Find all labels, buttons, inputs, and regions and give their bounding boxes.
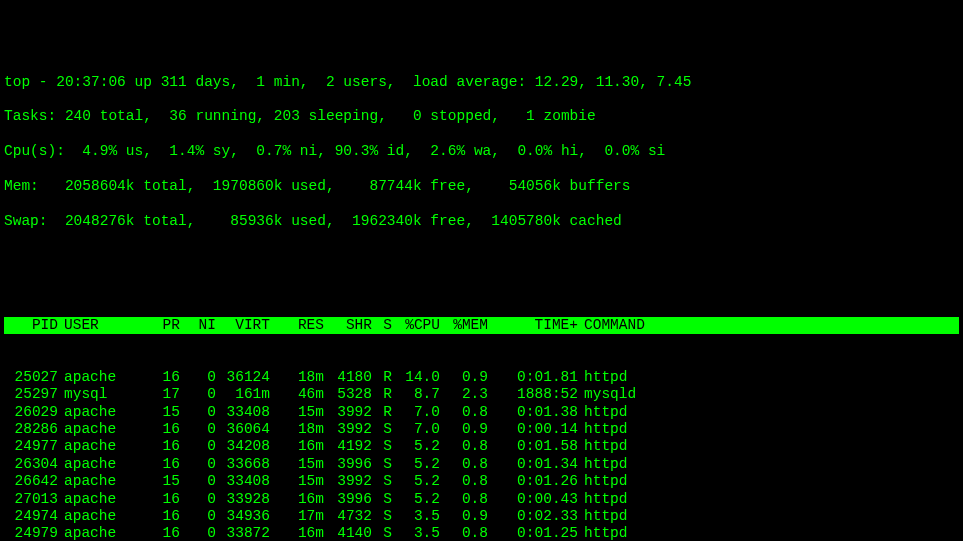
cell-cpu: 5.2	[392, 456, 440, 473]
cell-mem: 0.9	[440, 508, 488, 525]
cell-user: apache	[58, 525, 144, 541]
cell-pr: 16	[144, 438, 180, 455]
cell-mem: 0.9	[440, 421, 488, 438]
cell-virt: 33668	[216, 456, 270, 473]
process-row[interactable]: 26642apache1503340815m3992S5.20.80:01.26…	[4, 473, 959, 490]
cell-shr: 4140	[324, 525, 372, 541]
cell-res: 46m	[270, 386, 324, 403]
top-summary-uptime: top - 20:37:06 up 311 days, 1 min, 2 use…	[4, 74, 959, 91]
cell-s: S	[372, 508, 392, 525]
cell-time: 1888:52	[488, 386, 578, 403]
process-row[interactable]: 24977apache1603420816m4192S5.20.80:01.58…	[4, 438, 959, 455]
cell-shr: 4192	[324, 438, 372, 455]
cell-virt: 33408	[216, 404, 270, 421]
cell-virt: 36124	[216, 369, 270, 386]
cell-time: 0:00.14	[488, 421, 578, 438]
cell-s: S	[372, 438, 392, 455]
cell-cmd: httpd	[578, 369, 704, 386]
cell-res: 16m	[270, 525, 324, 541]
cell-user: mysql	[58, 386, 144, 403]
cell-s: S	[372, 473, 392, 490]
process-row[interactable]: 24979apache1603387216m4140S3.50.80:01.25…	[4, 525, 959, 541]
cell-time: 0:01.81	[488, 369, 578, 386]
cell-res: 18m	[270, 369, 324, 386]
cell-cmd: mysqld	[578, 386, 704, 403]
cell-virt: 34936	[216, 508, 270, 525]
cell-virt: 33872	[216, 525, 270, 541]
cell-ni: 0	[180, 369, 216, 386]
cell-shr: 3992	[324, 421, 372, 438]
header-virt[interactable]: VIRT	[216, 317, 270, 334]
cell-time: 0:01.26	[488, 473, 578, 490]
cell-cpu: 5.2	[392, 491, 440, 508]
process-row[interactable]: 26029apache1503340815m3992R7.00.80:01.38…	[4, 404, 959, 421]
cell-user: apache	[58, 491, 144, 508]
cell-shr: 3992	[324, 404, 372, 421]
cell-cpu: 5.2	[392, 473, 440, 490]
cell-cmd: httpd	[578, 491, 704, 508]
header-ni[interactable]: NI	[180, 317, 216, 334]
cell-pr: 16	[144, 369, 180, 386]
cell-virt: 33928	[216, 491, 270, 508]
cell-pr: 16	[144, 491, 180, 508]
process-row[interactable]: 24974apache1603493617m4732S3.50.90:02.33…	[4, 508, 959, 525]
cell-cpu: 5.2	[392, 438, 440, 455]
cell-s: R	[372, 404, 392, 421]
process-table-body: 25027apache1603612418m4180R14.00.90:01.8…	[4, 369, 959, 541]
header-pid[interactable]: PID	[4, 317, 58, 334]
cell-s: S	[372, 456, 392, 473]
cell-pid: 24974	[4, 508, 58, 525]
header-res[interactable]: RES	[270, 317, 324, 334]
cell-cpu: 14.0	[392, 369, 440, 386]
cell-mem: 0.9	[440, 369, 488, 386]
header-shr[interactable]: SHR	[324, 317, 372, 334]
cell-mem: 0.8	[440, 438, 488, 455]
top-summary-swap: Swap: 2048276k total, 85936k used, 19623…	[4, 213, 959, 230]
cell-mem: 0.8	[440, 404, 488, 421]
cell-pr: 17	[144, 386, 180, 403]
top-summary-tasks: Tasks: 240 total, 36 running, 203 sleepi…	[4, 108, 959, 125]
cell-s: S	[372, 525, 392, 541]
cell-user: apache	[58, 473, 144, 490]
cell-cpu: 7.0	[392, 421, 440, 438]
cell-virt: 34208	[216, 438, 270, 455]
cell-user: apache	[58, 421, 144, 438]
cell-ni: 0	[180, 404, 216, 421]
cell-res: 18m	[270, 421, 324, 438]
process-row[interactable]: 26304apache1603366815m3996S5.20.80:01.34…	[4, 456, 959, 473]
process-row[interactable]: 25297mysql170161m46m5328R8.72.31888:52my…	[4, 386, 959, 403]
cell-cmd: httpd	[578, 473, 704, 490]
blank-line	[4, 265, 959, 282]
header-mem[interactable]: %MEM	[440, 317, 488, 334]
header-time[interactable]: TIME+	[488, 317, 578, 334]
header-user[interactable]: USER	[58, 317, 144, 334]
cell-mem: 2.3	[440, 386, 488, 403]
cell-pid: 26029	[4, 404, 58, 421]
process-row[interactable]: 25027apache1603612418m4180R14.00.90:01.8…	[4, 369, 959, 386]
cell-shr: 3992	[324, 473, 372, 490]
cell-ni: 0	[180, 525, 216, 541]
cell-pid: 24977	[4, 438, 58, 455]
header-s[interactable]: S	[372, 317, 392, 334]
cell-time: 0:01.58	[488, 438, 578, 455]
cell-res: 15m	[270, 404, 324, 421]
header-cpu[interactable]: %CPU	[392, 317, 440, 334]
cell-pid: 27013	[4, 491, 58, 508]
cell-time: 0:00.43	[488, 491, 578, 508]
header-cmd[interactable]: COMMAND	[578, 317, 704, 334]
cell-pid: 26642	[4, 473, 58, 490]
cell-cmd: httpd	[578, 421, 704, 438]
cell-shr: 3996	[324, 491, 372, 508]
cell-mem: 0.8	[440, 525, 488, 541]
process-row[interactable]: 28286apache1603606418m3992S7.00.90:00.14…	[4, 421, 959, 438]
cell-ni: 0	[180, 491, 216, 508]
header-pr[interactable]: PR	[144, 317, 180, 334]
cell-cmd: httpd	[578, 404, 704, 421]
cell-cmd: httpd	[578, 508, 704, 525]
cell-cmd: httpd	[578, 525, 704, 541]
cell-pid: 26304	[4, 456, 58, 473]
process-row[interactable]: 27013apache1603392816m3996S5.20.80:00.43…	[4, 491, 959, 508]
cell-res: 15m	[270, 456, 324, 473]
top-summary-cpu: Cpu(s): 4.9% us, 1.4% sy, 0.7% ni, 90.3%…	[4, 143, 959, 160]
cell-mem: 0.8	[440, 473, 488, 490]
